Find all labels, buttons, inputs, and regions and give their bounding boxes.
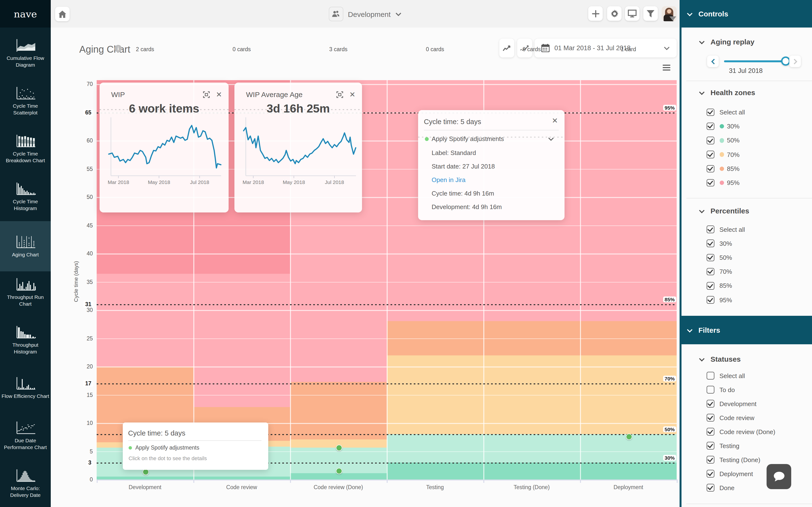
checkbox-checked[interactable] [707,254,714,261]
sidebar-item-monte-carlo-delivery-date[interactable]: Monte Carlo: Delivery Date [0,461,51,506]
sidebar-item-aging-chart[interactable]: Aging Chart [0,221,51,271]
work-item-dot[interactable] [626,434,632,440]
sidebar-item-flow-efficiency-chart[interactable]: Flow Efficiency Chart [0,365,51,410]
tooltip-hint-text: Click on the dot to see the details [129,455,207,461]
sidebar-item-cumulative-flow-diagram[interactable]: Cumulative Flow Diagram [0,31,51,76]
sidebar-item-cycle-time-scatterplot[interactable]: Cycle Time Scatterplot [0,78,51,124]
user-avatar[interactable] [662,6,677,21]
checkbox-row-95-[interactable]: 95% [707,295,732,305]
popup-label-row: Label: Standard [432,149,476,157]
checkbox-label: Deployment [719,470,753,477]
work-item-dot[interactable] [336,445,342,451]
checkbox-row-development[interactable]: Development [707,399,756,409]
checkbox-row-50-[interactable]: 50% [707,135,740,146]
checkbox-row-85-[interactable]: 85% [707,281,732,291]
replay-slider-track[interactable] [724,60,786,62]
checkbox-row-95-[interactable]: 95% [707,178,740,188]
montecarlo-icon [14,468,37,483]
sidebar-item-throughput-histogram[interactable]: Throughput Histogram [0,317,51,362]
nave-logo[interactable]: nave [0,0,51,27]
percentile-label: 95% [663,105,676,110]
checkbox-checked[interactable] [707,123,714,130]
checkbox-row-code-review-done-[interactable]: Code review (Done) [707,427,775,437]
checkbox-checked[interactable] [707,442,714,450]
checkbox-row-deployment[interactable]: Deployment [707,469,753,479]
checkbox-row-85-[interactable]: 85% [707,164,740,174]
replay-slider-thumb[interactable] [781,56,790,66]
sidebar-item-cycle-time-histogram[interactable]: Cycle Time Histogram [0,174,51,219]
checkbox-checked[interactable] [707,240,714,247]
sidebar-item-due-date-performance-chart[interactable]: Due Date Performance Chart [0,413,51,458]
add-button[interactable] [588,6,603,21]
section-percentiles[interactable]: Percentiles [699,207,749,215]
checkbox-row-select-all[interactable]: Select all [707,371,745,381]
checkbox-checked[interactable] [707,484,714,492]
sidebar-item-cycle-time-breakdown-chart[interactable]: Cycle Time Breakdown Chart [0,126,51,171]
y-axis-percentile-tick: 31 [83,301,93,308]
checkbox-row-to-do[interactable]: To do [707,385,735,395]
divider [686,504,812,504]
controls-header[interactable]: Controls [679,0,812,27]
expand-icon[interactable] [336,91,344,99]
chat-launcher[interactable] [767,464,791,489]
card-detail-popup[interactable]: Cycle time: 5 days ✕ Apply Spotify adjus… [418,110,564,220]
sidebar-item-throughput-run-chart[interactable]: Throughput Run Chart [0,270,51,315]
checkbox-checked[interactable] [707,109,714,116]
checkbox-checked[interactable] [707,179,714,187]
checkbox-row-70-[interactable]: 70% [707,150,740,160]
checkbox-checked[interactable] [707,428,714,436]
filter-button[interactable] [643,6,658,21]
checkbox-row-50-[interactable]: 50% [707,252,732,263]
checkbox-checked[interactable] [707,165,714,172]
board-selector[interactable]: Development [329,7,402,21]
work-item-dot[interactable] [336,468,342,474]
checkbox-checked[interactable] [707,151,714,158]
checkbox-label: 95% [719,296,732,303]
checkbox-checked[interactable] [707,470,714,477]
value-gridline [97,367,677,367]
checkbox-row-code-review[interactable]: Code review [707,412,755,423]
display-button[interactable] [625,6,640,21]
checkbox-row-30-[interactable]: 30% [707,121,740,131]
replay-next-button[interactable] [789,56,801,67]
section-statuses[interactable]: Statuses [699,355,741,363]
filters-header[interactable]: Filters [679,316,812,344]
close-icon[interactable]: ✕ [551,117,559,125]
section-health-zones[interactable]: Health zones [699,89,755,97]
checkbox-label: Development [719,400,756,407]
close-icon[interactable]: ✕ [215,91,223,99]
settings-button[interactable] [607,6,621,21]
checkbox-checked[interactable] [707,296,714,304]
expand-icon[interactable] [203,91,210,99]
checkbox-row-select-all[interactable]: Select all [707,224,745,234]
checkbox-checked[interactable] [707,268,714,276]
close-icon[interactable]: ✕ [349,91,356,99]
home-button[interactable] [55,7,69,21]
checkbox-checked[interactable] [707,226,714,233]
checkbox-row-70-[interactable]: 70% [707,267,732,277]
checkbox-unchecked[interactable] [707,372,714,380]
divider [686,80,812,81]
checkbox-checked[interactable] [707,137,714,144]
checkbox-unchecked[interactable] [707,386,714,394]
checkbox-checked[interactable] [707,400,714,407]
wip-average-age-widget[interactable]: WIP Average Age ✕ 3d 16h 25m Mar 2018 Ma… [235,82,362,213]
open-in-jira-link[interactable]: Open in Jira [432,176,465,183]
checkbox-label: 70% [727,151,740,158]
wip-widget-title: WIP [111,90,125,99]
section-aging-replay[interactable]: Aging replay [699,38,755,46]
checkbox-row-testing[interactable]: Testing [707,441,739,451]
checkbox-row-testing-done-[interactable]: Testing (Done) [707,455,760,465]
value-gridline [97,253,677,254]
chevron-down-icon[interactable] [548,137,554,141]
sidebar-item-label: Aging Chart [11,251,40,258]
checkbox-row-select-all[interactable]: Select all [707,107,745,117]
checkbox-row-done[interactable]: Done [707,483,734,493]
adjustment-toggle[interactable]: Apply Spotify adjustments [432,135,504,143]
checkbox-checked[interactable] [707,456,714,463]
checkbox-checked[interactable] [707,414,714,421]
checkbox-checked[interactable] [707,282,714,289]
checkbox-row-30-[interactable]: 30% [707,238,732,248]
wip-widget[interactable]: WIP ✕ 6 work items Mar 2018 May 2018 Jul… [100,82,229,213]
replay-prev-button[interactable] [707,56,719,67]
